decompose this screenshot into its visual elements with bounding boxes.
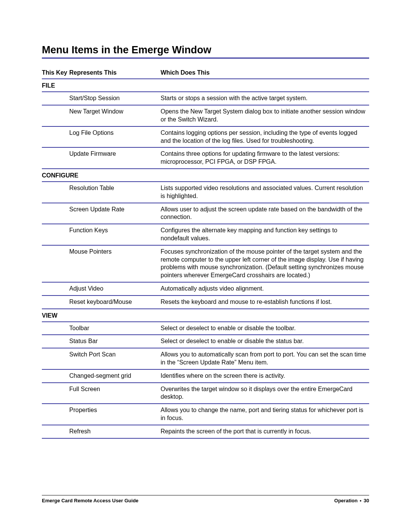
footer-right-label: Operation bbox=[334, 498, 357, 503]
cell-represents: Mouse Pointers bbox=[69, 245, 161, 282]
cell-key bbox=[42, 322, 69, 335]
table-row: Changed-segment gridIdentifies where on … bbox=[42, 369, 369, 383]
cell-key bbox=[42, 92, 69, 105]
footer-left: Emerge Card Remote Access User Guide bbox=[42, 498, 139, 503]
cell-description: Focuses synchronization of the mouse poi… bbox=[161, 245, 369, 282]
cell-key bbox=[42, 383, 69, 404]
title-rule bbox=[42, 58, 369, 59]
col-header-key: This Key bbox=[42, 69, 69, 79]
section-header-row: FILE bbox=[42, 79, 369, 92]
cell-description: Contains three options for updating firm… bbox=[161, 147, 369, 169]
cell-key bbox=[42, 126, 69, 148]
cell-key bbox=[42, 425, 69, 438]
cell-description: Repaints the screen of the port that is … bbox=[161, 425, 369, 438]
cell-description: Allows you to change the name, port and … bbox=[161, 404, 369, 425]
table-row: Function KeysConfigures the alternate ke… bbox=[42, 224, 369, 245]
cell-represents: Update Firmware bbox=[69, 147, 161, 169]
cell-description: Automatically adjusts video alignment. bbox=[161, 282, 369, 296]
table-row: PropertiesAllows you to change the name,… bbox=[42, 404, 369, 425]
cell-represents: Properties bbox=[69, 404, 161, 425]
menu-table: This Key Represents This Which Does This… bbox=[42, 69, 369, 438]
document-page: Menu Items in the Emerge Window This Key… bbox=[0, 0, 411, 532]
cell-represents: Refresh bbox=[69, 425, 161, 438]
cell-key bbox=[42, 203, 69, 224]
col-header-does: Which Does This bbox=[161, 69, 369, 79]
table-row: Screen Update RateAllows user to adjust … bbox=[42, 203, 369, 224]
cell-key bbox=[42, 147, 69, 169]
cell-description: Allows user to adjust the screen update … bbox=[161, 203, 369, 224]
footer-right: Operation • 30 bbox=[334, 498, 369, 503]
cell-represents: Resolution Table bbox=[69, 182, 161, 203]
cell-key bbox=[42, 296, 69, 309]
cell-description: Lists supported video resolutions and as… bbox=[161, 182, 369, 203]
cell-description: Overwrites the target window so it displ… bbox=[161, 383, 369, 404]
cell-represents: Full Screen bbox=[69, 383, 161, 404]
table-row: Switch Port ScanAllows you to automatica… bbox=[42, 348, 369, 369]
footer-page-number: 30 bbox=[364, 498, 369, 503]
cell-represents: Log File Options bbox=[69, 126, 161, 148]
col-header-rep: Represents This bbox=[69, 69, 161, 79]
footer-rule bbox=[42, 495, 369, 495]
cell-key bbox=[42, 369, 69, 383]
cell-represents: Adjust Video bbox=[69, 282, 161, 296]
cell-description: Contains logging options per session, in… bbox=[161, 126, 369, 148]
section-header-row: VIEW bbox=[42, 309, 369, 322]
cell-description: Starts or stops a session with the activ… bbox=[161, 92, 369, 105]
cell-key bbox=[42, 404, 69, 425]
table-row: Resolution TableLists supported video re… bbox=[42, 182, 369, 203]
table-row: New Target WindowOpens the New Target Sy… bbox=[42, 105, 369, 126]
cell-represents: Screen Update Rate bbox=[69, 203, 161, 224]
cell-represents: Function Keys bbox=[69, 224, 161, 245]
page-footer: Emerge Card Remote Access User Guide Ope… bbox=[42, 495, 369, 503]
cell-description: Resets the keyboard and mouse to re-esta… bbox=[161, 296, 369, 309]
table-row: RefreshRepaints the screen of the port t… bbox=[42, 425, 369, 438]
table-row: Start/Stop SessionStarts or stops a sess… bbox=[42, 92, 369, 105]
cell-represents: Changed-segment grid bbox=[69, 369, 161, 383]
footer-separator: • bbox=[359, 498, 362, 503]
cell-key bbox=[42, 335, 69, 348]
cell-key bbox=[42, 224, 69, 245]
table-row: Mouse PointersFocuses synchronization of… bbox=[42, 245, 369, 282]
cell-represents: New Target Window bbox=[69, 105, 161, 126]
table-row: Log File OptionsContains logging options… bbox=[42, 126, 369, 148]
table-row: Full ScreenOverwrites the target window … bbox=[42, 383, 369, 404]
cell-key bbox=[42, 245, 69, 282]
cell-represents: Switch Port Scan bbox=[69, 348, 161, 369]
cell-represents: Reset keyboard/Mouse bbox=[69, 296, 161, 309]
cell-key bbox=[42, 105, 69, 126]
section-header: FILE bbox=[42, 79, 369, 92]
table-row: Update FirmwareContains three options fo… bbox=[42, 147, 369, 169]
table-row: Status BarSelect or deselect to enable o… bbox=[42, 335, 369, 348]
table-header-row: This Key Represents This Which Does This bbox=[42, 69, 369, 79]
section-header-row: CONFIGURE bbox=[42, 169, 369, 182]
cell-represents: Toolbar bbox=[69, 322, 161, 335]
cell-represents: Status Bar bbox=[69, 335, 161, 348]
section-header: VIEW bbox=[42, 309, 369, 322]
table-row: ToolbarSelect or deselect to enable or d… bbox=[42, 322, 369, 335]
cell-description: Select or deselect to enable or disable … bbox=[161, 322, 369, 335]
cell-description: Identifies where on the screen there is … bbox=[161, 369, 369, 383]
cell-description: Select or deselect to enable or disable … bbox=[161, 335, 369, 348]
cell-description: Opens the New Target System dialog box t… bbox=[161, 105, 369, 126]
cell-description: Allows you to automatically scan from po… bbox=[161, 348, 369, 369]
cell-represents: Start/Stop Session bbox=[69, 92, 161, 105]
table-row: Reset keyboard/MouseResets the keyboard … bbox=[42, 296, 369, 309]
cell-key bbox=[42, 282, 69, 296]
section-header: CONFIGURE bbox=[42, 169, 369, 182]
menu-table-body: FILEStart/Stop SessionStarts or stops a … bbox=[42, 79, 369, 438]
page-title: Menu Items in the Emerge Window bbox=[42, 44, 369, 56]
table-row: Adjust VideoAutomatically adjusts video … bbox=[42, 282, 369, 296]
cell-key bbox=[42, 182, 69, 203]
cell-key bbox=[42, 348, 69, 369]
cell-description: Configures the alternate key mapping and… bbox=[161, 224, 369, 245]
